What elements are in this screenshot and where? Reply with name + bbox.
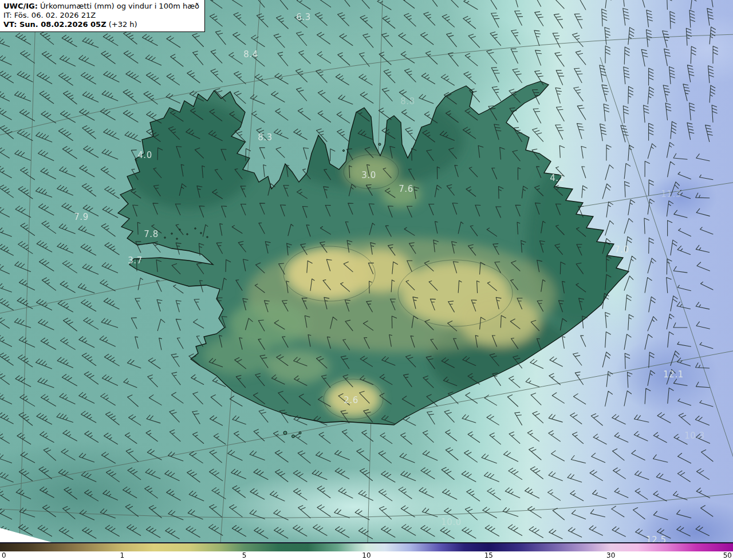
colorbar-tick-labels: 01510153050 <box>0 551 733 560</box>
colorbar-tick-label: 0 <box>2 551 6 559</box>
colorbar-tick-label: 10 <box>362 551 371 559</box>
colorbar-tick-label: 30 <box>606 551 615 559</box>
init-time: IT: Fös. 06. 02. 2026 21Z <box>3 11 199 20</box>
valid-offset: (+32 h) <box>107 20 137 29</box>
iceland-terrain <box>103 69 653 447</box>
colorbar-tick-label: 1 <box>120 551 125 559</box>
product-name: Úrkomumætti (mm) og vindur i 100m hæð <box>38 2 199 10</box>
title-box: UWC/IG: Úrkomumætti (mm) og vindur i 100… <box>0 0 205 32</box>
map-overlay <box>0 0 733 542</box>
colorbar-gradient <box>0 543 733 551</box>
valid-time-bold: VT: Sun. 08.02.2026 05Z <box>3 20 107 29</box>
colorbar-tick-label: 5 <box>242 551 247 559</box>
valid-time: VT: Sun. 08.02.2026 05Z (+32 h) <box>3 20 199 29</box>
weather-map-viewer: 6.38.48.88.34.03.04.17.611.37.97.83.77.0… <box>0 0 733 560</box>
colorbar: 01510153050 <box>0 542 733 560</box>
model-label: UWC/IG: <box>3 2 38 10</box>
product-title: UWC/IG: Úrkomumætti (mm) og vindur i 100… <box>3 2 199 11</box>
colorbar-tick-label: 50 <box>723 551 732 559</box>
colorbar-tick-label: 15 <box>484 551 493 559</box>
map-canvas: 6.38.48.88.34.03.04.17.611.37.97.83.77.0… <box>0 0 733 542</box>
